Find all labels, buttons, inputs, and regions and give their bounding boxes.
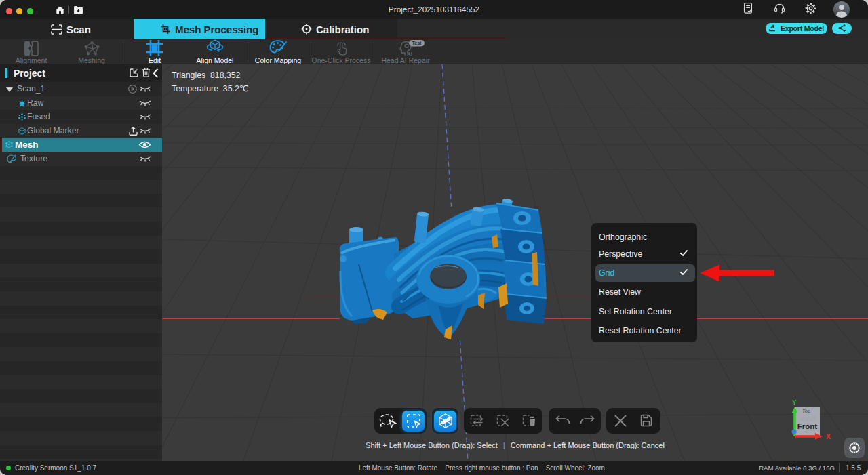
svg-text:Test: Test xyxy=(412,41,422,45)
svg-text:Top: Top xyxy=(802,409,810,414)
svg-text:Front: Front xyxy=(797,422,818,430)
svg-text:X: X xyxy=(826,432,831,440)
svg-text:Y: Y xyxy=(792,399,797,407)
svg-text:AI: AI xyxy=(407,51,412,57)
